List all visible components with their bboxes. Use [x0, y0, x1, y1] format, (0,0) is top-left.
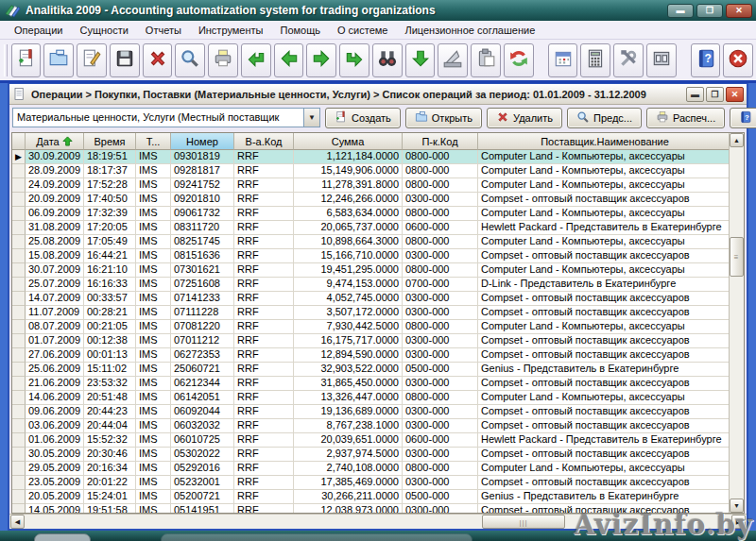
table-row[interactable]: 03.06.200920:44:04IMS06032032RRF8,767,23…: [12, 419, 744, 433]
column-header[interactable]: Номер: [171, 133, 234, 150]
preview-button[interactable]: [175, 43, 205, 77]
scroll-up-button[interactable]: ▲: [730, 133, 744, 147]
table-row[interactable]: 08.07.200900:21:05IMS07081220RRF7,930,44…: [12, 320, 744, 334]
table-row[interactable]: 20.09.200917:40:50IMS09201810RRF12,246,2…: [12, 193, 744, 207]
calendar-button[interactable]: [548, 43, 578, 77]
column-header[interactable]: Время: [84, 133, 136, 150]
row-selector-cell[interactable]: [12, 433, 26, 448]
open-folder-button[interactable]: [43, 43, 74, 77]
table-row[interactable]: 31.08.200917:20:05IMS08311720RRF20,065,7…: [12, 221, 744, 235]
row-selector-cell[interactable]: [12, 405, 26, 419]
print-button[interactable]: [208, 43, 238, 77]
table-row[interactable]: 09.06.200920:44:23IMS06092044RRF19,136,6…: [12, 405, 744, 419]
help-button[interactable]: ?Помощь: [730, 108, 756, 128]
delete-button[interactable]: [143, 43, 173, 77]
row-selector-cell[interactable]: [12, 178, 26, 193]
menu-item[interactable]: О системе: [329, 23, 396, 38]
menu-item[interactable]: Операции: [6, 23, 71, 38]
vertical-scrollbar[interactable]: ▲ ≡ ▼: [729, 133, 744, 513]
table-row[interactable]: 25.08.200917:05:49IMS08251745RRF10,898,6…: [12, 235, 744, 249]
table-row[interactable]: 29.05.200920:16:34IMS05292016RRF2,740,10…: [12, 462, 744, 476]
row-selector-cell[interactable]: [12, 207, 26, 221]
row-selector-cell[interactable]: [12, 306, 26, 320]
column-header[interactable]: Сумма: [294, 133, 403, 150]
delete-button[interactable]: Удалить: [487, 108, 562, 128]
row-selector-cell[interactable]: [12, 193, 26, 207]
row-selector-cell[interactable]: [12, 363, 26, 377]
row-selector-cell[interactable]: [12, 292, 26, 306]
table-row[interactable]: 27.06.200900:01:13IMS06272353RRF12,894,5…: [12, 348, 744, 363]
row-selector-cell[interactable]: [12, 462, 26, 476]
table-row[interactable]: 15.08.200916:44:21IMS08151636RRF15,166,7…: [12, 249, 744, 263]
nav-prev-button[interactable]: [274, 43, 304, 77]
minimize-button[interactable]: ▬: [667, 4, 694, 18]
table-row[interactable]: 25.07.200916:16:33IMS07251608RRF9,474,15…: [12, 278, 744, 292]
exit-button[interactable]: [723, 43, 753, 77]
table-row[interactable]: ▶30.09.200918:19:51IMS09301819RRF1,121,1…: [12, 150, 744, 164]
row-selector-cell[interactable]: [12, 263, 26, 278]
table-row[interactable]: 30.07.200916:21:10IMS07301621RRF19,451,2…: [12, 263, 744, 278]
menu-item[interactable]: Отчеты: [137, 23, 190, 38]
restore-button[interactable]: ❐: [696, 4, 723, 18]
menu-item[interactable]: Помощь: [271, 23, 329, 38]
column-header[interactable]: П-к.Код: [403, 133, 478, 150]
find-button[interactable]: [372, 43, 403, 77]
paste-button[interactable]: [471, 43, 501, 77]
row-selector-cell[interactable]: [12, 320, 26, 334]
table-row[interactable]: 01.06.200915:52:32IMS06010725RRF20,039,6…: [12, 433, 744, 448]
horizontal-scroll-thumb[interactable]: |||: [482, 515, 565, 529]
close-button[interactable]: ✕: [726, 4, 752, 18]
vertical-scroll-thumb[interactable]: ≡: [730, 237, 744, 277]
save-button[interactable]: [110, 43, 140, 77]
row-selector-cell[interactable]: [12, 221, 26, 235]
table-row[interactable]: 21.06.200923:53:32IMS06212344RRF31,865,4…: [12, 377, 744, 391]
refresh-button[interactable]: [504, 43, 534, 77]
create-button[interactable]: Создать: [325, 108, 401, 128]
card-file-button[interactable]: [646, 43, 677, 77]
table-row[interactable]: 11.07.200900:28:21IMS07111228RRF3,507,17…: [12, 306, 744, 320]
chevron-down-icon[interactable]: ▼: [303, 109, 319, 127]
table-row[interactable]: 24.09.200917:52:28IMS09241752RRF11,278,3…: [12, 178, 744, 193]
nav-next-button[interactable]: [306, 43, 336, 77]
measure-button[interactable]: [438, 43, 468, 77]
table-row[interactable]: 06.09.200917:32:39IMS09061732RRF6,583,63…: [12, 207, 744, 221]
table-row[interactable]: 01.07.200900:12:38IMS07011212RRF16,175,7…: [12, 334, 744, 348]
column-header[interactable]: Т...: [136, 133, 171, 150]
preview-button[interactable]: Предс...: [567, 108, 642, 128]
menu-item[interactable]: Лицензионное соглашение: [396, 23, 543, 38]
row-selector-cell[interactable]: [12, 504, 26, 514]
row-selector-cell[interactable]: [12, 476, 26, 490]
child-minimize-button[interactable]: ▬: [686, 87, 704, 102]
new-document-button[interactable]: [11, 43, 42, 77]
download-button[interactable]: [405, 43, 436, 77]
child-close-button[interactable]: ✕: [726, 87, 744, 102]
nav-last-button[interactable]: [339, 43, 369, 77]
help-button[interactable]: ?: [691, 43, 721, 77]
table-row[interactable]: 23.05.200920:01:22IMS05232001RRF17,385,4…: [12, 476, 744, 490]
table-row[interactable]: 28.09.200918:17:37IMS09281817RRF15,149,9…: [12, 164, 744, 178]
print-button[interactable]: Распеч...: [646, 108, 725, 128]
calculator-button[interactable]: [580, 43, 610, 77]
row-selector-cell[interactable]: [12, 164, 26, 178]
nav-first-button[interactable]: [241, 43, 271, 77]
row-selector-cell[interactable]: [12, 348, 26, 363]
row-selector-cell[interactable]: [12, 448, 26, 462]
row-selector-cell[interactable]: [12, 249, 26, 263]
scroll-left-button[interactable]: ◀: [10, 515, 25, 529]
column-header[interactable]: Поставщик.Наименование: [478, 133, 732, 150]
open-button[interactable]: Открыть: [405, 108, 482, 128]
edit-document-button[interactable]: [77, 43, 107, 77]
child-restore-button[interactable]: ❐: [706, 87, 724, 102]
table-row[interactable]: 14.07.200900:33:57IMS07141233RRF4,052,74…: [12, 292, 744, 306]
table-row[interactable]: 25.06.200915:11:02IMS25060721RRF32,903,5…: [12, 363, 744, 377]
menu-item[interactable]: Инструменты: [190, 23, 272, 38]
table-row[interactable]: 30.05.200920:30:46IMS05302022RRF2,937,97…: [12, 448, 744, 462]
row-selector-cell[interactable]: [12, 235, 26, 249]
operation-type-combobox[interactable]: Материальные ценности, Услуги (Местный п…: [12, 108, 320, 127]
row-selector-cell[interactable]: [12, 391, 26, 405]
row-selector-cell[interactable]: [12, 490, 26, 504]
table-row[interactable]: 14.06.200920:51:48IMS06142051RRF13,326,4…: [12, 391, 744, 405]
menu-item[interactable]: Сущности: [71, 23, 136, 38]
settings-button[interactable]: [613, 43, 644, 77]
table-row[interactable]: 20.05.200915:24:01IMS05200721RRF30,266,2…: [12, 490, 744, 504]
